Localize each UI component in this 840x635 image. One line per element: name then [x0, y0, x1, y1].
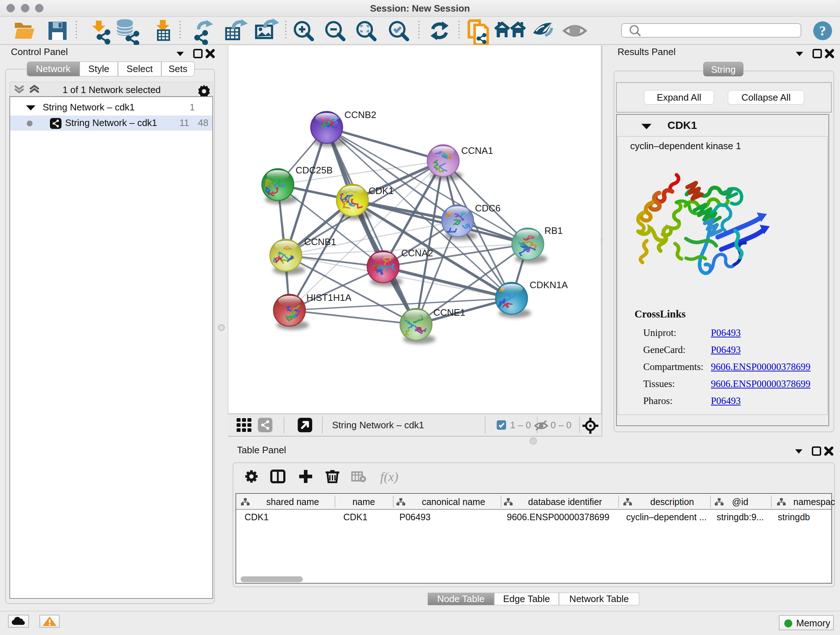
svg-text:CCNA1: CCNA1 — [461, 145, 493, 156]
svg-text:0 – 0: 0 – 0 — [551, 420, 572, 431]
svg-text:CCNE1: CCNE1 — [433, 307, 465, 318]
svg-text:CDC6: CDC6 — [475, 203, 501, 214]
svg-text:RB1: RB1 — [545, 225, 563, 236]
svg-text:String Network – cdk1: String Network – cdk1 — [332, 420, 424, 431]
svg-text:f(x): f(x) — [380, 470, 398, 484]
svg-text:CCNB2: CCNB2 — [344, 109, 376, 120]
svg-text:1 – 0: 1 – 0 — [510, 420, 531, 431]
svg-text:CDK1: CDK1 — [369, 185, 393, 196]
svg-text:HIST1H1A: HIST1H1A — [306, 292, 352, 303]
svg-text:CDC25B: CDC25B — [295, 165, 333, 176]
svg-text:CCNB1: CCNB1 — [304, 236, 336, 247]
svg-text:CDKN1A: CDKN1A — [530, 279, 568, 290]
svg-text:CCNA2: CCNA2 — [401, 248, 433, 258]
